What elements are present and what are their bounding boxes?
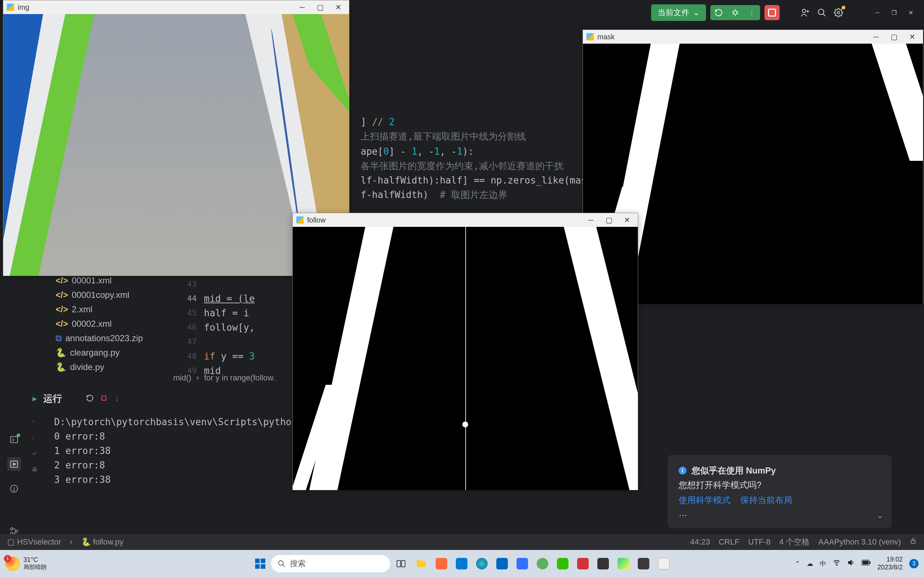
- volume-icon[interactable]: [847, 559, 855, 568]
- close-icon[interactable]: ✕: [620, 214, 634, 226]
- app-icon[interactable]: [432, 554, 451, 573]
- start-button[interactable]: [251, 554, 270, 573]
- soft-wrap-icon[interactable]: ⤶: [32, 450, 37, 457]
- scroll-up-icon[interactable]: ↑: [32, 418, 37, 425]
- close-window-icon[interactable]: ✕: [905, 6, 917, 19]
- xml-icon: </>: [56, 290, 68, 300]
- close-icon[interactable]: ✕: [905, 31, 919, 42]
- more-icon[interactable]: ⋮: [114, 395, 120, 402]
- img-titlebar[interactable]: img ─ ▢ ✕: [3, 0, 349, 14]
- scroll-down-icon[interactable]: ↓: [32, 434, 37, 441]
- tray-chevron-icon[interactable]: ⌃: [795, 560, 800, 567]
- run-title: 运行: [43, 392, 62, 405]
- taskbar-search[interactable]: 搜索: [271, 555, 390, 572]
- maximize-icon[interactable]: ▢: [602, 214, 616, 226]
- windows-taskbar: 1 31°C 局部晴朗 搜索 ⌃ ☁ 中: [0, 550, 924, 577]
- notif-link-keep[interactable]: 保持当前布局: [740, 495, 792, 505]
- vscode-icon[interactable]: [452, 554, 471, 573]
- minimize-icon[interactable]: ─: [295, 2, 309, 13]
- svg-marker-16: [13, 463, 16, 466]
- run-tool-icon[interactable]: [7, 457, 21, 471]
- svg-line-6: [737, 13, 738, 14]
- print-icon[interactable]: 🖶: [32, 466, 37, 473]
- mask-title: mask: [597, 33, 615, 41]
- svg-point-32: [836, 565, 837, 566]
- code-line-halfw: f-halfWidth) # 取图片左边界: [349, 173, 507, 202]
- chevron-down-icon[interactable]: ⌄: [876, 510, 884, 521]
- python-interpreter[interactable]: AAAPython 3.10 (venv): [818, 537, 901, 547]
- run-output[interactable]: D:\pytorch\pytorchbasis\venv\Scripts\pyt…: [54, 415, 314, 487]
- maximize-icon[interactable]: ▢: [887, 31, 901, 42]
- minimize-icon[interactable]: ─: [584, 214, 598, 226]
- line-separator[interactable]: CRLF: [719, 537, 739, 547]
- taskview-icon[interactable]: [392, 554, 410, 573]
- mask-titlebar[interactable]: mask ─ ▢ ✕: [583, 30, 923, 44]
- problems-icon[interactable]: [7, 482, 21, 495]
- lock-icon[interactable]: [909, 537, 917, 547]
- app3-icon[interactable]: [573, 554, 592, 573]
- browser-icon[interactable]: [533, 554, 552, 573]
- ime-indicator[interactable]: 中: [820, 559, 826, 568]
- close-icon[interactable]: ✕: [331, 2, 346, 13]
- notification-badge[interactable]: 3: [909, 559, 919, 568]
- debug-icon[interactable]: [729, 6, 741, 19]
- pycharm-icon[interactable]: [614, 554, 633, 573]
- project-selector[interactable]: ▢ HSVselector: [7, 537, 61, 547]
- wechat-icon[interactable]: [553, 554, 572, 573]
- minimize-window-icon[interactable]: ─: [871, 6, 884, 19]
- taskbar-weather[interactable]: 1 31°C 局部晴朗: [5, 556, 47, 571]
- svg-rect-36: [869, 561, 871, 564]
- breadcrumb-loop[interactable]: for y in range(follow.: [204, 373, 275, 383]
- breadcrumb[interactable]: mid() › for y in range(follow.: [173, 373, 275, 383]
- maximize-window-icon[interactable]: ❐: [888, 6, 900, 19]
- more-icon[interactable]: ⋮: [746, 6, 758, 19]
- feishu-icon[interactable]: [513, 554, 531, 573]
- file-item[interactable]: ⧉annotations2023.zip: [54, 331, 162, 345]
- taskbar-clock[interactable]: 19:02 2023/8/2: [877, 556, 903, 571]
- rerun-icon[interactable]: [86, 394, 94, 403]
- file-item[interactable]: </>00001copy.xml: [54, 288, 162, 302]
- wifi-icon[interactable]: [833, 559, 841, 568]
- svg-point-20: [10, 528, 13, 530]
- app2-icon[interactable]: [493, 554, 512, 573]
- chevron-down-icon: ⌄: [693, 8, 699, 17]
- battery-icon[interactable]: [861, 560, 871, 567]
- code-with-me-icon[interactable]: [799, 6, 811, 19]
- file-item[interactable]: 🐍divide.py: [54, 360, 162, 374]
- follow-window[interactable]: follow ─ ▢ ✕: [292, 213, 638, 490]
- file-item[interactable]: </>2.xml: [54, 302, 162, 317]
- file-item[interactable]: </>00002.xml: [54, 317, 162, 331]
- file-tree[interactable]: </>00001.xml </>00001copy.xml </>2.xml <…: [54, 273, 162, 374]
- file-encoding[interactable]: UTF-8: [748, 537, 771, 547]
- app4-icon[interactable]: [594, 554, 612, 573]
- file-label: annotations2023.zip: [65, 333, 143, 343]
- editor-gutter[interactable]: 43 44 45 46 47 48 49: [175, 277, 197, 378]
- file-item[interactable]: 🐍cleargang.py: [54, 345, 162, 360]
- editor-lines[interactable]: mid = (le half = i follow[y, if y == 3 m…: [204, 277, 255, 378]
- stop-button[interactable]: [764, 5, 780, 20]
- breadcrumb-fn[interactable]: mid(): [173, 373, 191, 383]
- settings-icon[interactable]: [832, 6, 845, 19]
- run-config-dropdown[interactable]: 当前文件 ⌄: [651, 4, 706, 21]
- python-window-icon[interactable]: [654, 554, 673, 573]
- python-icon: ▶: [32, 395, 37, 402]
- minimize-icon[interactable]: ─: [869, 31, 883, 42]
- file-label: 00001.xml: [72, 276, 112, 285]
- notif-link-scientific[interactable]: 使用科学模式: [678, 495, 730, 505]
- rerun-icon[interactable]: [712, 6, 725, 19]
- app5-icon[interactable]: [634, 554, 653, 573]
- cursor-position[interactable]: 44:23: [690, 537, 710, 547]
- maximize-icon[interactable]: ▢: [313, 2, 327, 13]
- search-everywhere-icon[interactable]: [816, 6, 828, 19]
- explorer-icon[interactable]: [412, 554, 431, 573]
- search-icon: [278, 560, 286, 567]
- svg-rect-23: [911, 541, 915, 543]
- onedrive-icon[interactable]: ☁: [807, 560, 813, 567]
- indent-setting[interactable]: 4 个空格: [779, 537, 809, 548]
- output-line: 1 error:38: [54, 443, 314, 458]
- current-file[interactable]: 🐍 follow.py: [81, 537, 124, 547]
- follow-titlebar[interactable]: follow ─ ▢ ✕: [293, 213, 638, 227]
- notif-more[interactable]: …: [678, 508, 881, 518]
- stop-icon-small[interactable]: [100, 395, 108, 403]
- edge-icon[interactable]: [472, 554, 491, 573]
